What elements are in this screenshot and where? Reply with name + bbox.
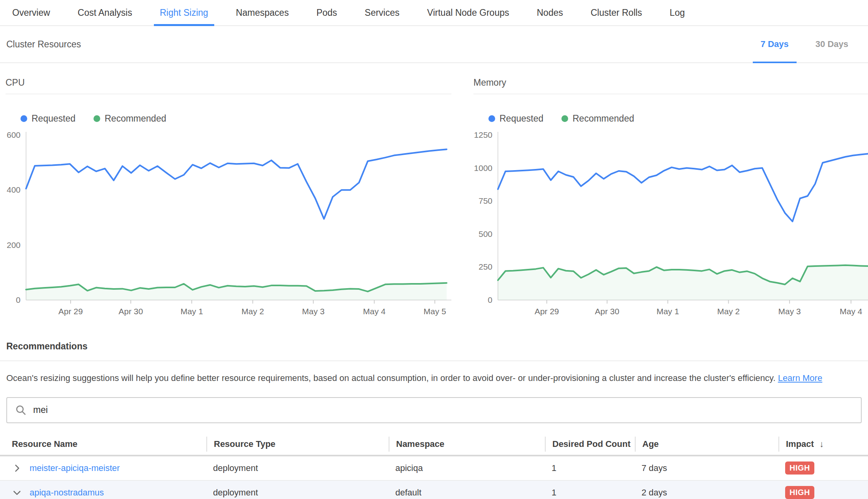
- recommended-dot-icon: [561, 115, 568, 122]
- legend-item-requested: Requested: [488, 113, 543, 124]
- cpu-chart-legend: Requested Recommended: [21, 113, 451, 124]
- memory-chart-legend: Requested Recommended: [488, 113, 868, 124]
- svg-text:May 1: May 1: [657, 307, 679, 316]
- column-header-resource-type[interactable]: Resource Type: [206, 437, 389, 452]
- memory-chart-title: Memory: [473, 77, 868, 94]
- svg-text:200: 200: [7, 240, 21, 250]
- svg-text:Apr 30: Apr 30: [595, 307, 619, 316]
- svg-text:May 3: May 3: [778, 307, 801, 316]
- legend-item-recommended: Recommended: [561, 113, 634, 124]
- cluster-resources-header: Cluster Resources 7 Days 30 Days: [0, 26, 868, 63]
- column-header-age[interactable]: Age: [635, 437, 778, 452]
- svg-text:May 1: May 1: [180, 307, 203, 316]
- table-row[interactable]: meister-apiciqa-meister deployment apici…: [0, 456, 868, 481]
- svg-text:May 3: May 3: [302, 307, 324, 316]
- cpu-line-chart: 0200400600Apr 29Apr 30May 1May 2May 3May…: [6, 129, 451, 318]
- chevron-right-icon[interactable]: [12, 463, 22, 473]
- top-tab-bar: Overview Cost Analysis Right Sizing Name…: [0, 0, 868, 26]
- svg-text:0: 0: [16, 295, 21, 304]
- column-header-namespace[interactable]: Namespace: [389, 437, 545, 452]
- requested-dot-icon: [21, 115, 27, 122]
- resource-name-link[interactable]: apiqa-nostradamus: [30, 488, 104, 498]
- resource-type-cell: deployment: [206, 488, 389, 498]
- recommendations-description: Ocean's resizing suggestions will help y…: [6, 372, 862, 385]
- svg-text:May 4: May 4: [363, 307, 386, 316]
- tab-cluster-rolls[interactable]: Cluster Rolls: [585, 0, 648, 25]
- description-text: Ocean's resizing suggestions will help y…: [6, 373, 776, 383]
- time-range-toggle: 7 Days 30 Days: [747, 26, 862, 62]
- svg-text:Apr 30: Apr 30: [118, 307, 143, 316]
- tab-namespaces[interactable]: Namespaces: [230, 0, 295, 25]
- resource-name-link[interactable]: meister-apiciqa-meister: [30, 463, 120, 473]
- recommendations-section: Recommendations Ocean's resizing suggest…: [0, 341, 868, 499]
- range-tab-30-days[interactable]: 30 Days: [802, 26, 862, 62]
- svg-text:1000: 1000: [474, 163, 492, 173]
- resource-type-cell: deployment: [206, 463, 389, 473]
- range-tab-7-days[interactable]: 7 Days: [747, 26, 802, 62]
- age-cell: 7 days: [635, 463, 778, 473]
- tab-pods[interactable]: Pods: [311, 0, 343, 25]
- table-row[interactable]: apiqa-nostradamus deployment default 1 2…: [0, 481, 868, 499]
- svg-text:750: 750: [479, 196, 492, 205]
- svg-text:May 2: May 2: [717, 307, 740, 316]
- tab-log[interactable]: Log: [664, 0, 690, 25]
- svg-text:1250: 1250: [474, 130, 492, 139]
- legend-label-recommended: Recommended: [105, 113, 166, 124]
- chevron-down-icon[interactable]: [12, 488, 22, 498]
- column-header-impact[interactable]: Impact ↓: [778, 437, 868, 452]
- impact-header-label: Impact: [786, 439, 814, 449]
- cpu-chart-title: CPU: [6, 77, 451, 94]
- search-input[interactable]: [33, 405, 853, 415]
- svg-text:250: 250: [479, 262, 492, 271]
- search-box: [6, 397, 862, 423]
- table-header-row: Resource Name Resource Type Namespace De…: [0, 433, 868, 456]
- recommended-dot-icon: [94, 115, 100, 122]
- divider: [0, 360, 868, 361]
- recommendations-title: Recommendations: [6, 341, 862, 352]
- legend-item-requested: Requested: [21, 113, 75, 124]
- column-header-desired-pod-count[interactable]: Desired Pod Count: [545, 437, 635, 452]
- impact-high-badge: HIGH: [785, 461, 814, 475]
- tab-services[interactable]: Services: [359, 0, 405, 25]
- column-header-resource-name[interactable]: Resource Name: [0, 437, 206, 452]
- cluster-resources-title: Cluster Resources: [6, 39, 81, 50]
- svg-text:May 5: May 5: [424, 307, 446, 316]
- namespace-cell: default: [389, 488, 545, 498]
- charts-row: CPU Requested Recommended 0200400600Apr …: [0, 63, 868, 320]
- legend-item-recommended: Recommended: [94, 113, 166, 124]
- tab-virtual-node-groups[interactable]: Virtual Node Groups: [421, 0, 515, 25]
- memory-chart-panel: Memory Requested Recommended 02505007501…: [473, 63, 868, 320]
- age-cell: 2 days: [635, 488, 778, 498]
- search-icon: [15, 404, 27, 416]
- memory-line-chart: 025050075010001250Apr 29Apr 30May 1May 2…: [473, 129, 868, 318]
- tab-right-sizing[interactable]: Right Sizing: [154, 0, 214, 25]
- namespace-cell: apiciqa: [389, 463, 545, 473]
- legend-label-requested: Requested: [499, 113, 543, 124]
- impact-high-badge: HIGH: [785, 486, 814, 499]
- requested-dot-icon: [488, 115, 495, 122]
- svg-text:May 4: May 4: [840, 307, 862, 316]
- cpu-chart-panel: CPU Requested Recommended 0200400600Apr …: [6, 63, 451, 320]
- tab-cost-analysis[interactable]: Cost Analysis: [72, 0, 138, 25]
- svg-text:400: 400: [7, 185, 21, 194]
- svg-text:500: 500: [479, 229, 492, 238]
- svg-text:600: 600: [7, 130, 21, 139]
- legend-label-requested: Requested: [32, 113, 75, 124]
- desired-pod-count-cell: 1: [545, 488, 635, 498]
- sort-desc-arrow-icon[interactable]: ↓: [819, 439, 824, 449]
- desired-pod-count-cell: 1: [545, 463, 635, 473]
- tab-overview[interactable]: Overview: [6, 0, 56, 25]
- tab-nodes[interactable]: Nodes: [531, 0, 569, 25]
- svg-text:May 2: May 2: [241, 307, 264, 316]
- svg-text:Apr 29: Apr 29: [58, 307, 83, 316]
- learn-more-link[interactable]: Learn More: [778, 373, 823, 383]
- legend-label-recommended: Recommended: [572, 113, 634, 124]
- recommendations-table: Resource Name Resource Type Namespace De…: [0, 433, 868, 499]
- svg-text:0: 0: [488, 295, 492, 304]
- svg-text:Apr 29: Apr 29: [535, 307, 559, 316]
